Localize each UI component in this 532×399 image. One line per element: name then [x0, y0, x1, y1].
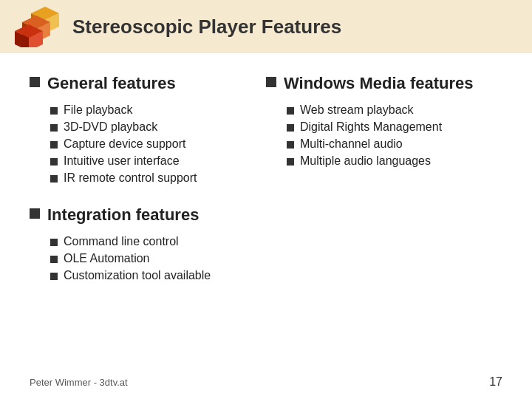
list-item: File playback [50, 103, 266, 117]
logo-icon [15, 7, 59, 47]
windows-item-4: Multiple audio languages [300, 154, 431, 168]
list-item: Web stream playback [287, 103, 502, 117]
general-features-col: General features File playback 3D-DVD pl… [30, 74, 266, 185]
integration-bullet [30, 208, 40, 219]
footer: Peter Wimmer - 3dtv.at 17 [30, 375, 502, 389]
integration-item-2: OLE Automation [64, 252, 150, 265]
sub-bullet [50, 124, 58, 132]
sub-bullet [50, 107, 58, 115]
footer-left: Peter Wimmer - 3dtv.at [30, 377, 128, 388]
general-item-5: IR remote control support [64, 171, 197, 185]
windows-heading: Windows Media features [266, 74, 502, 93]
windows-media-col: Windows Media features Web stream playba… [266, 74, 502, 185]
page-title: Stereoscopic Player Features [72, 16, 341, 38]
integration-section: Integration features Command line contro… [30, 205, 502, 282]
integration-item-1: Command line control [64, 235, 179, 248]
top-section: General features File playback 3D-DVD pl… [30, 74, 502, 185]
general-bullet [30, 77, 40, 87]
sub-bullet [50, 239, 58, 246]
header: Stereoscopic Player Features [0, 0, 532, 53]
integration-item-3: Customization tool available [64, 269, 211, 282]
windows-list: Web stream playback Digital Rights Manag… [266, 103, 502, 168]
list-item: Multiple audio languages [287, 154, 502, 168]
sub-bullet [50, 273, 58, 280]
windows-item-2: Digital Rights Management [300, 120, 442, 134]
general-item-4: Intuitive user interface [64, 154, 180, 168]
general-item-2: 3D-DVD playback [64, 120, 157, 134]
list-item: Capture device support [50, 137, 266, 151]
general-list: File playback 3D-DVD playback Capture de… [30, 103, 266, 185]
integration-heading: Integration features [30, 205, 502, 225]
list-item: 3D-DVD playback [50, 120, 266, 134]
windows-title: Windows Media features [284, 74, 474, 93]
list-item: Command line control [50, 235, 502, 248]
sub-bullet [50, 141, 58, 149]
sub-bullet [287, 124, 294, 132]
general-heading: General features [30, 74, 266, 93]
list-item: IR remote control support [50, 171, 266, 185]
sub-bullet [50, 175, 58, 183]
sub-bullet [287, 107, 294, 115]
list-item: Digital Rights Management [287, 120, 502, 134]
list-item: Intuitive user interface [50, 154, 266, 168]
sub-bullet [50, 256, 58, 263]
main-content: General features File playback 3D-DVD pl… [0, 53, 532, 290]
general-title: General features [47, 74, 176, 93]
general-item-1: File playback [64, 103, 132, 117]
windows-bullet [266, 77, 276, 87]
integration-title: Integration features [47, 205, 199, 225]
general-item-3: Capture device support [64, 137, 185, 151]
sub-bullet [287, 158, 294, 166]
sub-bullet [287, 141, 294, 149]
integration-list: Command line control OLE Automation Cust… [30, 235, 502, 282]
page-number: 17 [489, 375, 502, 389]
windows-item-1: Web stream playback [300, 103, 414, 117]
list-item: Customization tool available [50, 269, 502, 282]
sub-bullet [50, 158, 58, 166]
windows-item-3: Multi-channel audio [300, 137, 403, 151]
list-item: Multi-channel audio [287, 137, 502, 151]
list-item: OLE Automation [50, 252, 502, 265]
